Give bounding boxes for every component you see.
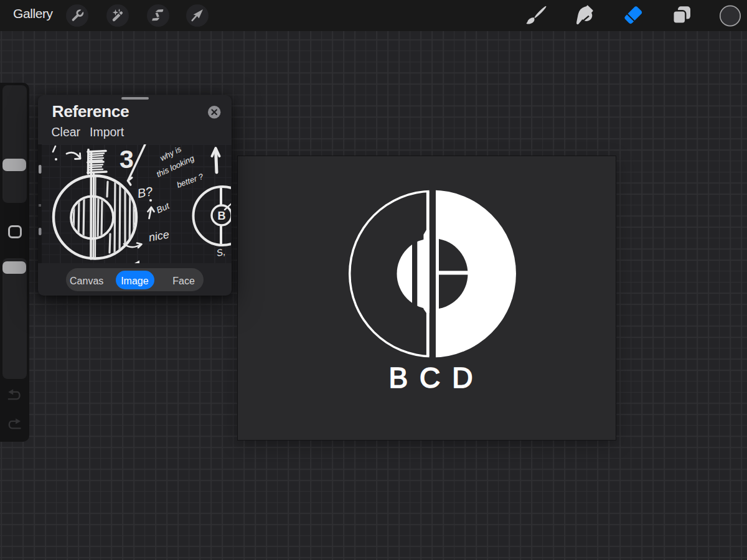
svg-text:S,: S,: [215, 246, 226, 259]
svg-text:nice: nice: [148, 228, 170, 244]
svg-text:3: 3: [120, 145, 134, 174]
svg-text:B?: B?: [136, 184, 154, 200]
svg-text:better ?: better ?: [175, 172, 204, 190]
svg-text:BCD: BCD: [388, 362, 484, 394]
svg-text:B: B: [217, 210, 225, 222]
svg-text:But: But: [154, 200, 171, 215]
